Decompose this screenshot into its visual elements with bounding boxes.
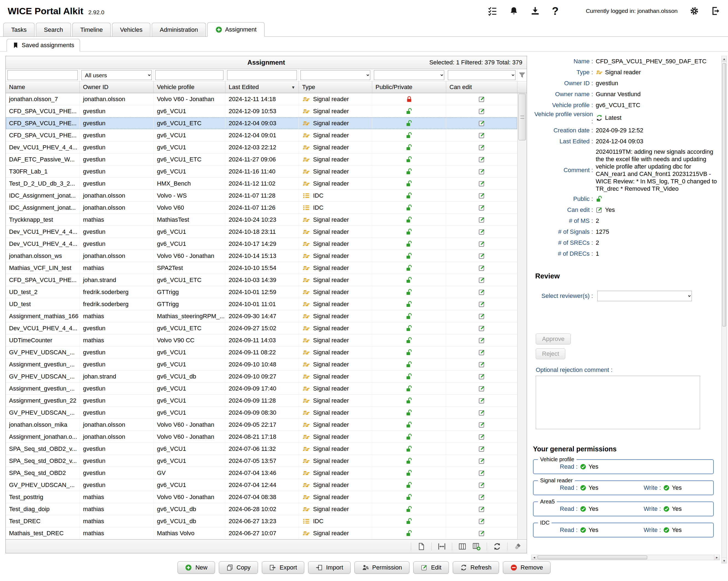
table-row[interactable]: CFD_SPA_VCU1_PHE...johan.strandgv6_VCU1_… (6, 274, 517, 286)
refresh-button[interactable]: Refresh (453, 561, 499, 574)
edit-icon[interactable] (478, 421, 485, 428)
can-edit-filter-select[interactable] (448, 70, 516, 80)
table-row[interactable]: Dev_VCU1_PHEV_4_4...gvestlungv6_VCU1_ETC… (6, 322, 517, 334)
table-row[interactable]: UD_test_2fredrik.soderbergGTTrigg2024-10… (6, 286, 517, 298)
edit-icon[interactable] (478, 277, 485, 284)
column-width-icon[interactable] (438, 542, 446, 551)
edit-icon[interactable] (478, 494, 485, 501)
scroll-up-icon[interactable]: ▲ (722, 56, 727, 62)
bell-icon[interactable] (509, 6, 518, 16)
edit-icon[interactable] (478, 373, 485, 380)
permission-button[interactable]: Permission (355, 561, 410, 574)
reviewer-select[interactable] (597, 291, 692, 301)
edit-icon[interactable] (478, 361, 485, 368)
table-row[interactable]: Assignment_jonathan.o...jonathan.olssonV… (6, 431, 517, 443)
table-row[interactable]: SPA_Seq_std_OBD2gvestlunGV2024-07-04 13:… (6, 467, 517, 479)
edit-icon[interactable] (478, 506, 485, 513)
last-edited-filter-input[interactable] (227, 70, 297, 80)
edit-icon[interactable] (478, 204, 485, 211)
edit-button[interactable]: Edit (413, 561, 449, 574)
approve-button[interactable]: Approve (536, 333, 571, 345)
tab-administration[interactable]: Administration (152, 23, 206, 36)
table-vertical-scrollbar[interactable] (517, 93, 527, 539)
edit-icon[interactable] (478, 252, 485, 259)
table-row[interactable]: Assignment_gvestlun_...gvestlungv6_VCU12… (6, 383, 517, 395)
edit-icon[interactable] (478, 409, 485, 416)
tab-timeline[interactable]: Timeline (72, 23, 111, 36)
edit-icon[interactable] (478, 108, 485, 115)
clear-filter-icon[interactable] (514, 542, 522, 551)
table-row[interactable]: IDC_Assignment_jonat...jonathan.olssonVo… (6, 202, 517, 214)
edit-icon[interactable] (478, 470, 485, 477)
page-scrollbar-thumb[interactable] (722, 63, 726, 326)
tab-saved-assignments[interactable]: Saved assignments (6, 39, 80, 52)
edit-icon[interactable] (478, 518, 485, 525)
public-private-filter-select[interactable] (374, 70, 444, 80)
tab-search[interactable]: Search (36, 23, 71, 36)
column-header-name[interactable]: Name (6, 81, 80, 93)
table-row[interactable]: Dev_VCU1_PHEV_4_4...gvestlungv6_VCU12024… (6, 226, 517, 238)
table-row[interactable]: Dev_VCU1_PHEV_4_4...gvestlungv6_VCU12024… (6, 238, 517, 250)
edit-icon[interactable] (478, 120, 485, 127)
tab-assignment[interactable]: Assignment (207, 22, 265, 37)
scroll-right-icon[interactable]: ► (714, 555, 720, 560)
edit-icon[interactable] (478, 96, 485, 103)
file-icon[interactable] (417, 542, 425, 551)
table-row[interactable]: Test_D_2_UD_db_3_2...gvestlunHMX_Bench20… (6, 178, 517, 190)
edit-icon[interactable] (478, 349, 485, 356)
table-row[interactable]: Assignment_gvestlun_22gvestlungv6_VCU120… (6, 395, 517, 407)
table-row[interactable]: CFD_SPA_VCU1_PHE...gvestlungv6_VCU12024-… (6, 105, 517, 117)
edit-icon[interactable] (478, 192, 485, 199)
table-row[interactable]: Assignment_mathias_166mathiasMathias_ste… (6, 310, 517, 322)
table-row[interactable]: jonathan.olsson_wsjonathan.olssonVolvo V… (6, 250, 517, 262)
table-row[interactable]: jonathan.olsson_mikajonathan.olssonVolvo… (6, 419, 517, 431)
columns-icon[interactable] (458, 542, 466, 551)
edit-icon[interactable] (478, 156, 485, 163)
add-column-icon[interactable] (472, 542, 481, 551)
table-row[interactable]: DAF_ETC_Passive_W...gvestlungv6_VCU1_ETC… (6, 153, 517, 166)
edit-icon[interactable] (478, 385, 485, 392)
table-row[interactable]: Test_posttrigmathiasVolvo V60 - Jonathan… (6, 491, 517, 503)
edit-icon[interactable] (478, 313, 485, 320)
table-row[interactable]: UDTimeCountermathiasVolvo V90 CC2024-09-… (6, 334, 517, 347)
edit-icon[interactable] (478, 241, 485, 248)
table-row[interactable]: CFD_SPA_VCU1_PHE...gvestlungv6_VCU12024-… (6, 129, 517, 142)
edit-icon[interactable] (478, 132, 485, 139)
column-header-can-edit[interactable]: Can edit (446, 81, 517, 93)
table-row[interactable]: SPA_Seq_std_OBD2_v...gvestlungv6_VCU1202… (6, 443, 517, 455)
new-button[interactable]: New (178, 561, 215, 574)
column-header-vehicle-profile[interactable]: Vehicle profile (154, 81, 226, 93)
edit-icon[interactable] (478, 337, 485, 344)
edit-icon[interactable] (478, 301, 485, 308)
edit-icon[interactable] (478, 325, 485, 332)
table-row[interactable]: IDC_Assignment_jonat...jonathan.olssonVo… (6, 190, 517, 202)
table-row[interactable]: Test_DRECmathiasgv6_VCU1_db2024-06-27 13… (6, 515, 517, 527)
table-row[interactable]: Test_diag_doipmathiasgv6_VCU1_db2024-06-… (6, 503, 517, 515)
edit-icon[interactable] (478, 397, 485, 404)
table-row[interactable]: jonathan.olsson_7jonathan.olssonVolvo V6… (6, 93, 517, 105)
column-header-public-private[interactable]: Public/Private (372, 81, 446, 93)
download-icon[interactable] (530, 6, 540, 16)
import-button[interactable]: Import (308, 561, 350, 574)
scroll-left-icon[interactable]: ◄ (531, 555, 537, 560)
table-row[interactable]: GV_PHEV_UDSCAN_...gvestlungv6_VCU12024-0… (6, 347, 517, 358)
checklist-icon[interactable] (488, 6, 497, 16)
edit-icon[interactable] (478, 228, 485, 235)
export-button[interactable]: Export (262, 561, 305, 574)
column-header-type[interactable]: Type (299, 81, 372, 93)
details-horizontal-scrollbar[interactable]: ◄ ► (531, 555, 720, 560)
table-row[interactable]: GV_PHEV_UDSCAN_...gvestlungv6_VCU12024-0… (6, 407, 517, 419)
edit-icon[interactable] (478, 445, 485, 452)
edit-icon[interactable] (478, 433, 485, 440)
edit-icon[interactable] (478, 168, 485, 175)
horizontal-scrollbar-thumb[interactable] (538, 556, 647, 559)
edit-icon[interactable] (478, 288, 485, 296)
table-row[interactable]: UD_testfredrik.soderbergGTTrigg2024-10-0… (6, 298, 517, 310)
edit-icon[interactable] (478, 180, 485, 187)
type-filter-select[interactable] (301, 70, 370, 80)
table-row[interactable]: Assignment_gvestlun_...gvestlungv6_VCU12… (6, 358, 517, 371)
name-filter-input[interactable] (7, 70, 78, 80)
table-scrollbar-thumb[interactable] (518, 94, 526, 140)
remove-button[interactable]: Remove (503, 561, 550, 574)
table-row[interactable]: GV_PHEV_UDSCAN_...gvestlungv6_VCU12024-0… (6, 479, 517, 491)
